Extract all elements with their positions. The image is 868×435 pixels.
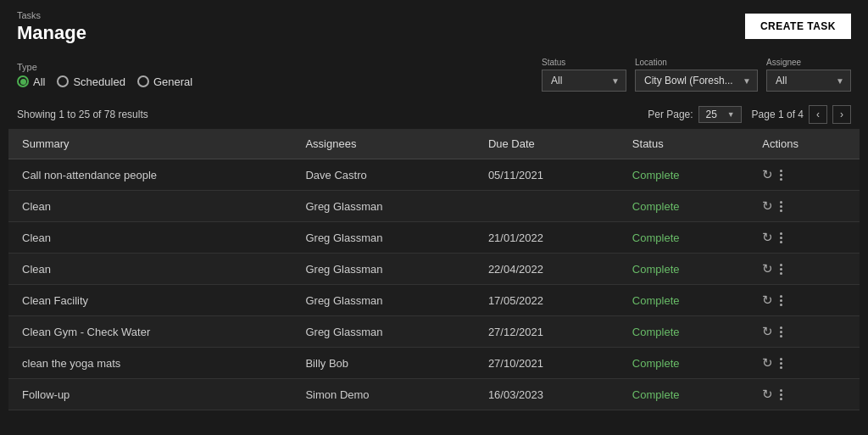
cell-status: Complete: [619, 159, 748, 191]
assignee-select[interactable]: All: [766, 70, 851, 92]
col-due-date: Due Date: [475, 129, 619, 159]
cell-actions: ↻: [748, 348, 860, 379]
table-row: Follow-upSimon Demo16/03/2023Complete ↻: [8, 379, 860, 410]
col-assignees: Assignees: [292, 129, 474, 159]
more-options-icon[interactable]: [780, 264, 782, 275]
more-options-icon[interactable]: [780, 358, 782, 369]
radio-circle-scheduled: [57, 75, 69, 87]
cell-assignees: Greg Glassman: [292, 191, 474, 222]
assignee-dropdown-wrapper: Assignee All ▼: [766, 58, 851, 92]
per-page-section: Per Page: 25 50 100 ▼: [648, 106, 741, 123]
cell-status: Complete: [619, 191, 748, 222]
filter-bar: Type All Scheduled General Status All Co…: [0, 53, 868, 100]
location-dropdown-container: City Bowl (Foresh... ▼: [635, 70, 758, 92]
type-filter-section: Type All Scheduled General: [17, 62, 192, 88]
table-row: CleanGreg Glassman22/04/2022Complete ↻: [8, 254, 860, 285]
status-select[interactable]: All Complete Incomplete: [542, 70, 626, 92]
cell-actions: ↻: [748, 285, 860, 316]
actions-cell: ↻: [762, 198, 846, 214]
cell-status: Complete: [619, 379, 748, 410]
actions-cell: ↻: [762, 230, 846, 245]
cell-summary: Clean: [8, 191, 292, 222]
create-task-button[interactable]: CREATE TASK: [745, 14, 851, 39]
assignee-label: Assignee: [766, 58, 851, 67]
top-bar: Tasks Manage CREATE TASK: [0, 0, 868, 53]
results-bar: Showing 1 to 25 of 78 results Per Page: …: [0, 100, 868, 129]
cell-actions: ↻: [748, 222, 860, 254]
cell-actions: ↻: [748, 159, 860, 191]
radio-label-scheduled: Scheduled: [73, 75, 125, 88]
more-options-icon[interactable]: [780, 170, 782, 181]
col-status: Status: [619, 129, 748, 159]
radio-circle-general: [137, 75, 149, 87]
undo-icon[interactable]: ↻: [762, 355, 773, 371]
undo-icon[interactable]: ↻: [762, 261, 773, 276]
tasks-table-container: Summary Assignees Due Date Status Action…: [8, 129, 860, 410]
actions-cell: ↻: [762, 293, 846, 308]
more-options-icon[interactable]: [780, 201, 782, 212]
cell-due-date: 22/04/2022: [475, 254, 619, 285]
cell-due-date: 27/10/2021: [475, 348, 619, 379]
tasks-table: Summary Assignees Due Date Status Action…: [8, 129, 860, 410]
more-options-icon[interactable]: [780, 232, 782, 243]
table-row: clean the yoga matsBilly Bob27/10/2021Co…: [8, 348, 860, 379]
status-badge: Complete: [632, 200, 680, 213]
location-select[interactable]: City Bowl (Foresh...: [635, 70, 758, 92]
location-label: Location: [635, 58, 758, 67]
per-page-select[interactable]: 25 50 100: [698, 106, 742, 123]
actions-cell: ↻: [762, 355, 846, 371]
radio-general[interactable]: General: [137, 75, 192, 88]
table-row: CleanGreg GlassmanComplete ↻: [8, 191, 860, 222]
page-title-section: Tasks Manage: [17, 10, 86, 44]
undo-icon[interactable]: ↻: [762, 198, 773, 214]
actions-cell: ↻: [762, 387, 846, 402]
undo-icon[interactable]: ↻: [762, 324, 773, 339]
radio-circle-all: [17, 75, 29, 87]
status-dropdown-container: All Complete Incomplete ▼: [542, 70, 626, 92]
type-radio-group: All Scheduled General: [17, 75, 192, 88]
cell-due-date: 16/03/2023: [475, 379, 619, 410]
cell-summary: Clean Facility: [8, 285, 292, 316]
cell-status: Complete: [619, 285, 748, 316]
table-row: Clean FacilityGreg Glassman17/05/2022Com…: [8, 285, 860, 316]
table-row: CleanGreg Glassman21/01/2022Complete ↻: [8, 222, 860, 254]
status-badge: Complete: [632, 294, 680, 307]
status-badge: Complete: [632, 231, 680, 244]
undo-icon[interactable]: ↻: [762, 293, 773, 308]
radio-label-all: All: [33, 75, 45, 88]
per-page-label: Per Page:: [648, 109, 693, 120]
more-options-icon[interactable]: [780, 389, 782, 400]
undo-icon[interactable]: ↻: [762, 230, 773, 245]
col-summary: Summary: [8, 129, 292, 159]
more-options-icon[interactable]: [780, 326, 782, 337]
cell-actions: ↻: [748, 379, 860, 410]
cell-summary: Clean: [8, 254, 292, 285]
status-badge: Complete: [632, 263, 680, 276]
undo-icon[interactable]: ↻: [762, 167, 773, 182]
table-row: Clean Gym - Check WaterGreg Glassman27/1…: [8, 316, 860, 348]
cell-summary: clean the yoga mats: [8, 348, 292, 379]
page-title: Manage: [17, 22, 86, 44]
cell-summary: Clean Gym - Check Water: [8, 316, 292, 348]
cell-actions: ↻: [748, 191, 860, 222]
status-badge: Complete: [632, 357, 680, 370]
cell-due-date: [475, 191, 619, 222]
cell-summary: Follow-up: [8, 379, 292, 410]
radio-scheduled[interactable]: Scheduled: [57, 75, 125, 88]
prev-page-button[interactable]: ‹: [809, 105, 827, 124]
more-options-icon[interactable]: [780, 295, 782, 306]
undo-icon[interactable]: ↻: [762, 387, 773, 402]
cell-assignees: Dave Castro: [292, 159, 474, 191]
assignee-dropdown-container: All ▼: [766, 70, 851, 92]
cell-due-date: 17/05/2022: [475, 285, 619, 316]
col-actions: Actions: [748, 129, 860, 159]
cell-assignees: Billy Bob: [292, 348, 474, 379]
location-dropdown-wrapper: Location City Bowl (Foresh... ▼: [635, 58, 758, 92]
cell-assignees: Simon Demo: [292, 379, 474, 410]
status-label: Status: [542, 58, 626, 67]
table-row: Call non-attendance peopleDave Castro05/…: [8, 159, 860, 191]
status-dropdown-wrapper: Status All Complete Incomplete ▼: [542, 58, 626, 92]
status-badge: Complete: [632, 388, 680, 401]
radio-all[interactable]: All: [17, 75, 45, 88]
next-page-button[interactable]: ›: [832, 105, 851, 124]
